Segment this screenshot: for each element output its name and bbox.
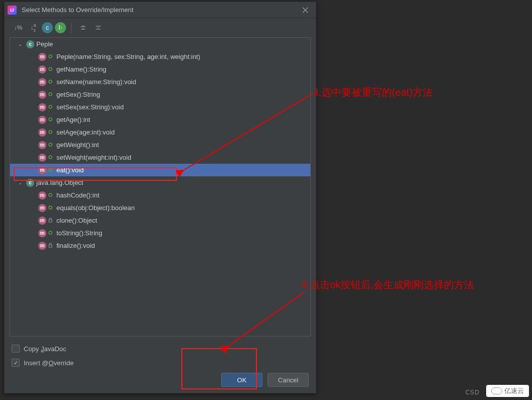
visibility-icon: [48, 54, 53, 59]
insert-override-checkbox[interactable]: [12, 359, 20, 367]
copy-javadoc-row[interactable]: Copy JavaDoc: [12, 342, 309, 356]
method-label: clone():Object: [56, 217, 97, 224]
visibility-icon: [48, 142, 53, 148]
visibility-icon: [48, 104, 53, 110]
svg-point-9: [49, 168, 52, 171]
visibility-icon: [48, 192, 53, 198]
svg-point-1: [49, 68, 52, 71]
svg-point-4: [49, 105, 52, 108]
visibility-icon: [48, 92, 53, 97]
expand-arrow-icon[interactable]: ⌄: [18, 180, 24, 185]
svg-point-3: [49, 93, 52, 96]
titlebar: IJ Select Methods to Override/Implement: [5, 2, 316, 18]
method-row[interactable]: mgetSex():String: [10, 88, 310, 101]
method-row[interactable]: mfinalize():void: [10, 239, 310, 252]
method-row[interactable]: mgetWeight():int: [10, 139, 310, 151]
class-icon: c: [26, 40, 34, 48]
csd-watermark: CSD: [466, 389, 480, 396]
method-row[interactable]: msetWeight(weight:int):void: [10, 151, 310, 164]
class-row[interactable]: ⌄cjava.lang.Object: [10, 176, 310, 189]
method-label: finalize():void: [56, 242, 95, 249]
method-icon: m: [38, 242, 46, 250]
expand-all-button[interactable]: [77, 21, 90, 34]
brand-text: 亿速云: [504, 386, 524, 395]
method-label: setName(name:String):void: [56, 78, 136, 86]
collapse-all-button[interactable]: [92, 21, 105, 34]
method-row[interactable]: meat():void: [10, 164, 310, 176]
sort-alpha-button[interactable]: ↓az: [27, 21, 40, 34]
insert-override-row[interactable]: Insert @Override: [12, 356, 309, 370]
method-label: hashCode():int: [56, 191, 99, 199]
collapse-icon: [95, 24, 102, 31]
method-icon: m: [38, 229, 46, 237]
dialog-footer: Copy JavaDoc Insert @Override OK Cancel: [5, 337, 316, 393]
method-row[interactable]: mgetAge():int: [10, 113, 310, 126]
svg-point-6: [49, 130, 52, 134]
svg-point-7: [49, 143, 52, 146]
svg-point-10: [49, 193, 52, 196]
copy-javadoc-checkbox[interactable]: [12, 345, 20, 353]
class-row[interactable]: ⌄cPeple: [10, 38, 310, 50]
visibility-icon: [48, 205, 53, 211]
svg-point-5: [49, 118, 52, 121]
method-label: getAge():int: [56, 116, 90, 123]
method-row[interactable]: mhashCode():int: [10, 189, 310, 202]
method-label: setAge(age:int):void: [56, 128, 115, 136]
method-label: equals(obj:Object):boolean: [56, 204, 135, 212]
class-label: java.lang.Object: [36, 179, 83, 186]
method-row[interactable]: mtoString():String: [10, 227, 310, 239]
method-icon: m: [38, 116, 46, 124]
insert-override-label: Insert @Override: [24, 359, 74, 367]
expand-icon: [80, 24, 87, 31]
close-button[interactable]: [298, 3, 313, 17]
visibility-icon: [48, 79, 53, 85]
method-label: toString():String: [56, 229, 102, 237]
method-row[interactable]: msetAge(age:int):void: [10, 126, 310, 139]
visibility-icon: [48, 66, 53, 72]
visibility-icon: [48, 167, 53, 173]
method-row[interactable]: mclone():Object: [10, 214, 310, 227]
method-label: getSex():String: [56, 91, 100, 98]
show-classes-button[interactable]: c: [42, 22, 53, 33]
copy-javadoc-label: Copy JavaDoc: [24, 345, 66, 353]
class-label: Peple: [36, 40, 53, 48]
cancel-button[interactable]: Cancel: [268, 373, 309, 387]
svg-point-8: [49, 156, 52, 159]
visibility-icon: [48, 117, 53, 122]
show-interfaces-button[interactable]: I↑: [55, 22, 66, 33]
visibility-icon: [48, 243, 53, 249]
method-label: setWeight(weight:int):void: [56, 154, 131, 161]
expand-arrow-icon[interactable]: ⌄: [18, 41, 24, 47]
visibility-icon: [48, 155, 53, 160]
method-icon: m: [38, 65, 46, 74]
cloud-icon: [491, 387, 502, 394]
method-label: eat():void: [56, 166, 84, 174]
sort-visibility-button[interactable]: ↓%: [12, 21, 25, 34]
method-tree[interactable]: ⌄cPeplemPeple(name:String, sex:String, a…: [10, 37, 311, 337]
method-row[interactable]: mgetName():String: [10, 63, 310, 76]
method-icon: m: [38, 166, 46, 174]
override-dialog: IJ Select Methods to Override/Implement …: [4, 2, 316, 393]
method-icon: m: [38, 154, 46, 162]
method-row[interactable]: msetSex(sex:String):void: [10, 101, 310, 113]
method-label: setSex(sex:String):void: [56, 103, 124, 111]
class-icon: c: [26, 179, 34, 187]
method-icon: m: [38, 204, 46, 212]
method-icon: m: [38, 91, 46, 99]
method-row[interactable]: msetName(name:String):void: [10, 76, 310, 88]
svg-point-0: [49, 55, 52, 58]
method-icon: m: [38, 128, 46, 137]
visibility-icon: [48, 218, 53, 224]
toolbar: ↓% ↓az c I↑: [5, 18, 316, 37]
method-icon: m: [38, 191, 46, 199]
separator: [71, 22, 72, 33]
intellij-icon: IJ: [8, 6, 17, 15]
step4-annotation: 4.点击ok按钮后,会生成刚刚选择的方法: [301, 278, 474, 292]
ok-button[interactable]: OK: [221, 373, 262, 387]
brand-watermark: 亿速云: [486, 385, 529, 397]
svg-point-12: [49, 231, 52, 234]
method-icon: m: [38, 141, 46, 149]
method-row[interactable]: mPeple(name:String, sex:String, age:int,…: [10, 50, 310, 63]
visibility-icon: [48, 129, 53, 135]
method-row[interactable]: mequals(obj:Object):boolean: [10, 202, 310, 214]
